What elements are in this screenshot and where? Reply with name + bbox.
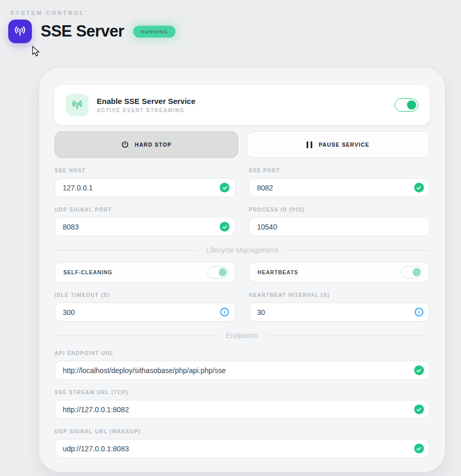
idle-timeout-field-group: IDLE TIMEOUT (S) i xyxy=(55,292,236,322)
udp-signal-url-label: UDP SIGNAL URL (WAKEUP) xyxy=(55,429,430,434)
sse-stream-url-label: SSE STREAM URL (TCP) xyxy=(55,390,430,395)
lifecycle-section-divider: Lifecycle Management xyxy=(55,245,430,255)
valid-check-icon xyxy=(220,222,230,232)
process-id-field-group: PROCESS ID (PID) xyxy=(249,207,430,236)
udp-signal-port-input[interactable] xyxy=(55,217,236,236)
endpoints-section-divider: Endpoints xyxy=(55,330,430,341)
info-icon[interactable]: i xyxy=(220,307,230,318)
endpoints-section-title: Endpoints xyxy=(219,331,265,340)
pause-icon xyxy=(306,141,313,149)
sse-port-label: SSE PORT xyxy=(249,168,430,173)
udp-signal-port-field-group: UDP SIGNAL PORT xyxy=(55,207,236,236)
hard-stop-label: HARD STOP xyxy=(135,142,172,148)
hard-stop-button[interactable]: HARD STOP xyxy=(55,131,238,158)
udp-signal-url-input[interactable] xyxy=(55,439,430,458)
self-cleaning-label: SELF-CLEANING xyxy=(63,269,113,275)
toggle-knob xyxy=(219,268,227,276)
mouse-cursor xyxy=(32,46,41,59)
sse-port-field-group: SSE PORT xyxy=(249,168,430,197)
sse-host-field-group: SSE HOST xyxy=(55,168,236,197)
udp-signal-port-label: UDP SIGNAL PORT xyxy=(55,207,236,213)
api-endpoint-label: API ENDPOINT URL xyxy=(55,350,430,356)
valid-check-icon xyxy=(414,183,424,193)
info-icon[interactable]: i xyxy=(414,307,424,318)
toggle-knob xyxy=(413,268,421,276)
self-cleaning-toggle[interactable] xyxy=(207,266,229,278)
status-badge: RUNNING xyxy=(133,26,175,38)
heartbeat-interval-label: HEARTBEAT INTERVAL (S) xyxy=(249,292,430,298)
heartbeat-interval-input[interactable] xyxy=(249,303,430,322)
valid-check-icon xyxy=(414,365,424,376)
service-subtitle: ACTIVE EVENT STREAMING xyxy=(97,108,395,113)
heartbeat-interval-field-group: HEARTBEAT INTERVAL (S) i xyxy=(249,292,430,322)
sse-host-label: SSE HOST xyxy=(55,168,236,173)
valid-check-icon xyxy=(220,183,230,193)
process-id-label: PROCESS ID (PID) xyxy=(249,207,430,213)
sse-port-input[interactable] xyxy=(249,178,430,197)
page-title: SSE Server xyxy=(41,22,124,41)
sse-stream-url-field-group: SSE STREAM URL (TCP) xyxy=(55,390,430,419)
broadcast-icon xyxy=(66,94,88,116)
valid-check-icon xyxy=(414,444,424,454)
lifecycle-section-title: Lifecycle Management xyxy=(199,246,285,254)
power-icon xyxy=(121,140,129,149)
heartbeats-toggle-box: HEARTBEATS xyxy=(249,262,430,283)
pause-service-button[interactable]: PAUSE SERVICE xyxy=(246,131,430,158)
pause-service-label: PAUSE SERVICE xyxy=(318,142,369,148)
sse-stream-url-input[interactable] xyxy=(55,400,430,419)
service-title: Enable SSE Server Service xyxy=(97,97,395,105)
broadcast-icon xyxy=(8,20,32,43)
valid-check-icon xyxy=(414,404,424,415)
page-header: SYSTEM CONTROL SSE Server RUNNING xyxy=(0,0,461,43)
toggle-knob xyxy=(407,100,416,110)
service-enable-card: Enable SSE Server Service ACTIVE EVENT S… xyxy=(55,85,430,125)
udp-signal-url-field-group: UDP SIGNAL URL (WAKEUP) xyxy=(55,429,430,458)
api-endpoint-field-group: API ENDPOINT URL xyxy=(55,350,430,380)
self-cleaning-toggle-box: SELF-CLEANING xyxy=(55,262,236,283)
idle-timeout-input[interactable] xyxy=(55,303,236,322)
system-control-panel: Enable SSE Server Service ACTIVE EVENT S… xyxy=(39,67,446,472)
heartbeats-label: HEARTBEATS xyxy=(258,269,298,275)
process-id-input[interactable] xyxy=(249,217,430,236)
sse-host-input[interactable] xyxy=(55,178,236,197)
service-enable-toggle[interactable] xyxy=(395,98,418,112)
heartbeats-toggle[interactable] xyxy=(401,266,423,278)
eyebrow-label: SYSTEM CONTROL xyxy=(10,10,461,16)
idle-timeout-label: IDLE TIMEOUT (S) xyxy=(55,292,236,298)
api-endpoint-input[interactable] xyxy=(55,361,430,380)
